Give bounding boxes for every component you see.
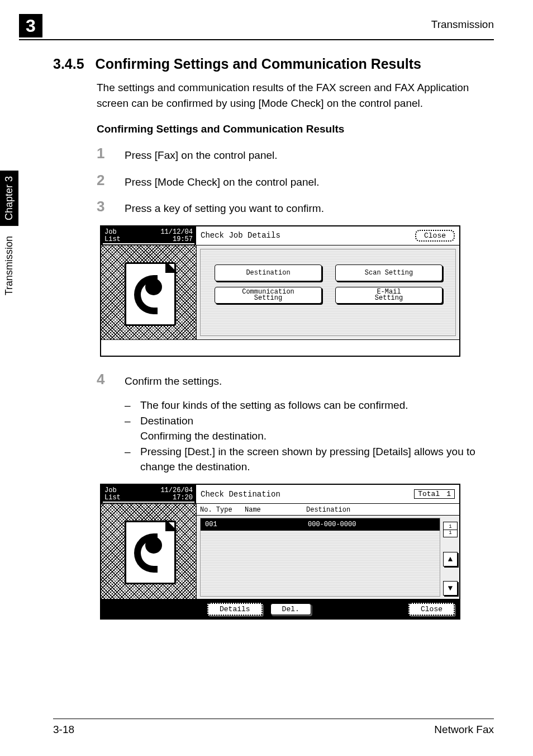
job-list-timestamp: 11/12/04 19:57 xyxy=(160,229,193,243)
screen1-preview-area xyxy=(101,245,196,339)
step-1-text: Press [Fax] on the control panel. xyxy=(125,145,278,163)
job-list-label-2: Job List xyxy=(104,487,121,502)
step-1-number: 1 xyxy=(97,145,125,162)
col-dest: Destination xyxy=(306,506,456,514)
step-4-number: 4 xyxy=(97,371,125,388)
delete-button[interactable]: Del. xyxy=(270,603,311,615)
row-dest: 000-000-0000 xyxy=(308,521,435,528)
chapter-badge: 3 xyxy=(19,14,42,37)
document-icon xyxy=(125,262,176,326)
screen2-preview-area xyxy=(101,504,196,599)
row-no: 001 xyxy=(205,521,246,528)
bullet-3: Pressing [Dest.] in the screen shown by … xyxy=(140,444,494,475)
screen2-footer: Details Del. Close xyxy=(101,599,459,618)
scroll-up-button[interactable]: ▲ xyxy=(443,552,458,566)
total-label: Total xyxy=(418,490,440,498)
col-no-type: No. Type xyxy=(200,506,245,514)
step-2-number: 2 xyxy=(97,172,125,188)
section-subheading: Confirming Settings and Communication Re… xyxy=(97,123,494,135)
page-number: 3-18 xyxy=(53,724,74,736)
bullet-1: The four kinds of the setting as follows… xyxy=(140,398,494,413)
bullet-2-sub: Confirming the destination. xyxy=(140,428,494,444)
job-list-tab[interactable]: Job List 11/12/04 19:57 xyxy=(101,226,196,245)
screen-check-destination: Job List 11/26/04 17:20 Check Destinatio… xyxy=(100,484,460,620)
step-1: 1 Press [Fax] on the control panel. xyxy=(97,145,494,163)
job-list-label: Job List xyxy=(104,229,121,243)
section-number: 3.4.5 xyxy=(53,56,84,72)
col-name: Name xyxy=(245,506,306,514)
step-2: 2 Press [Mode Check] on the control pane… xyxy=(97,172,494,190)
scroll-down-button[interactable]: ▼ xyxy=(443,581,458,596)
details-button[interactable]: Details xyxy=(207,603,263,616)
running-title: Transmission xyxy=(431,18,494,31)
step-3-text: Press a key of setting you want to confi… xyxy=(125,199,324,216)
email-setting-button[interactable]: E-Mail Setting xyxy=(335,287,442,304)
screen-check-job-details: Job List 11/12/04 19:57 Check Job Detail… xyxy=(100,225,460,357)
screen1-options-area: Destination Scan Setting Communication S… xyxy=(196,245,459,339)
close-button-2[interactable]: Close xyxy=(408,603,455,616)
step-4-bullets: –The four kinds of the setting as follow… xyxy=(125,398,494,475)
close-button[interactable]: Close xyxy=(415,230,455,242)
step-4: 4 Confirm the settings. xyxy=(97,371,494,389)
footer-title: Network Fax xyxy=(434,724,494,736)
side-tab-transmission: Transmission xyxy=(0,230,18,301)
section-heading: 3.4.5Confirming Settings and Communicati… xyxy=(53,56,494,72)
job-list-tab-2[interactable]: Job List 11/26/04 17:20 xyxy=(101,485,196,504)
job-list-timestamp-2: 11/26/04 17:20 xyxy=(160,487,193,502)
section-intro: The settings and communication results o… xyxy=(97,80,494,111)
total-value: 1 xyxy=(446,490,451,498)
header-rule xyxy=(19,39,494,40)
screen2-list-area: No. Type Name Destination 001 000-000-00… xyxy=(196,504,459,599)
destination-button[interactable]: Destination xyxy=(215,264,322,281)
step-3: 3 Press a key of setting you want to con… xyxy=(97,199,494,216)
bullet-2: Destination xyxy=(140,413,494,429)
side-tab-chapter: Chapter 3 xyxy=(0,171,18,226)
destination-row[interactable]: 001 000-000-0000 xyxy=(201,518,440,531)
section-title: Confirming Settings and Communication Re… xyxy=(96,56,421,72)
step-3-number: 3 xyxy=(97,199,125,215)
screen1-title: Check Job Details xyxy=(201,231,280,240)
footer-rule xyxy=(53,719,494,719)
step-4-text: Confirm the settings. xyxy=(125,371,222,389)
step-2-text: Press [Mode Check] on the control panel. xyxy=(125,172,320,190)
column-headers: No. Type Name Destination xyxy=(197,504,459,516)
total-box: Total 1 xyxy=(414,489,455,499)
document-icon-2 xyxy=(125,521,176,584)
page-indicator: 1 1 xyxy=(443,522,458,537)
screen1-footer xyxy=(101,339,459,356)
side-tabs: Chapter 3 Transmission xyxy=(0,171,21,305)
screen2-title: Check Destination xyxy=(201,490,280,499)
scan-setting-button[interactable]: Scan Setting xyxy=(335,264,442,281)
communication-setting-button[interactable]: Communication Setting xyxy=(215,287,322,304)
